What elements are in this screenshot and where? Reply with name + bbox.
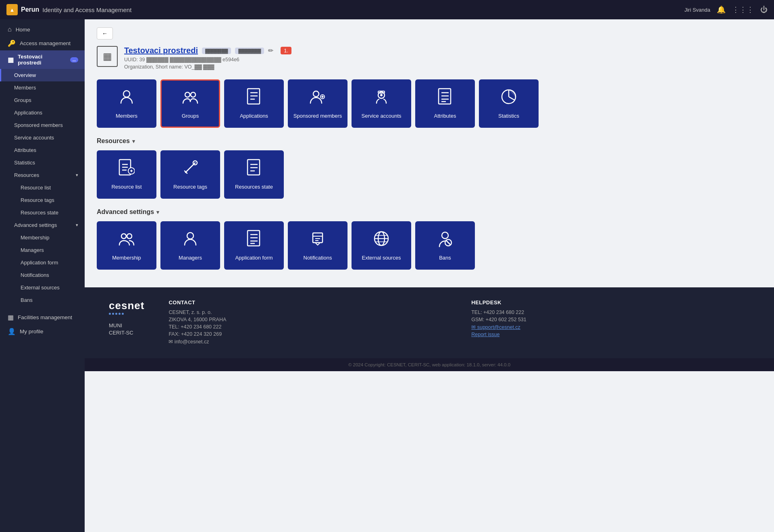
cesnet-dots <box>109 313 144 315</box>
resources-chevron-icon: ▾ <box>76 172 78 178</box>
user-label[interactable]: Jiri Svanda <box>685 7 710 13</box>
tile-resource-tags[interactable]: Resource tags <box>160 150 220 199</box>
members-tile-icon <box>118 88 135 109</box>
app-title: Identity and Access Management <box>42 6 131 13</box>
contact-title: CONTACT <box>169 299 447 305</box>
brand-name: Perun <box>21 6 39 13</box>
tile-resource-tags-label: Resource tags <box>173 184 207 191</box>
sidebar-item-notifications[interactable]: Notifications <box>0 269 85 281</box>
service-accounts-tile-icon <box>372 88 390 109</box>
resources-section-chevron[interactable]: ▾ <box>132 138 135 144</box>
sidebar-item-resources[interactable]: Resources ▾ <box>0 169 85 181</box>
helpdesk-line-2[interactable]: ✉ support@cesnet.cz <box>471 324 750 330</box>
tile-external-sources-label: External sources <box>362 255 401 262</box>
topnav-actions: Jiri Svanda 🔔 ⋮⋮⋮ ⏻ <box>685 5 768 14</box>
cesnet-wordmark: cesnet <box>109 299 144 312</box>
sidebar-item-external-sources[interactable]: External sources <box>0 281 85 294</box>
application-form-tile-icon <box>246 230 262 251</box>
sidebar-notifications-label: Notifications <box>21 272 49 278</box>
sidebar-service-accounts-label: Service accounts <box>14 135 54 141</box>
advanced-tiles-grid: Membership Managers <box>97 221 762 270</box>
sidebar-item-facilities[interactable]: ▦ Facilities management <box>0 310 85 324</box>
sidebar-item-attributes[interactable]: Attributes <box>0 144 85 156</box>
tile-groups[interactable]: Groups <box>160 79 220 128</box>
sidebar-item-groups[interactable]: Groups <box>0 94 85 106</box>
logout-icon[interactable]: ⏻ <box>760 6 768 14</box>
tile-sponsored-members[interactable]: Sponsored members <box>288 79 347 128</box>
sidebar-item-applications[interactable]: Applications <box>0 106 85 119</box>
vo-badge: ... <box>70 57 78 62</box>
tile-bans[interactable]: Bans <box>415 221 475 270</box>
tile-bans-label: Bans <box>439 255 451 262</box>
advanced-chevron-icon: ▾ <box>76 222 78 228</box>
report-issue-link[interactable]: Report issue <box>471 332 750 337</box>
muni-cerit-logo: MUNICERIT-SC <box>109 322 144 337</box>
advanced-section-chevron[interactable]: ▾ <box>156 209 159 215</box>
tile-applications[interactable]: Applications <box>224 79 284 128</box>
sidebar-item-bans[interactable]: Bans <box>0 294 85 306</box>
back-button[interactable]: ← <box>97 27 113 39</box>
attributes-tile-icon <box>437 88 453 109</box>
sidebar-membership-label: Membership <box>21 235 50 241</box>
apps-grid-icon[interactable]: ⋮⋮⋮ <box>732 5 754 14</box>
resource-tags-tile-icon <box>181 159 199 180</box>
tile-statistics[interactable]: Statistics <box>479 79 539 128</box>
helpdesk-line-1: GSM: +420 602 252 531 <box>471 317 750 322</box>
sidebar-item-access-management[interactable]: 🔑 Access management <box>0 36 85 50</box>
sidebar-profile-label: My profile <box>20 328 44 335</box>
key-icon: 🔑 <box>8 39 16 47</box>
sidebar-overview-label: Overview <box>14 72 36 78</box>
resources-tiles-grid: Resource list Resource tags <box>97 150 762 199</box>
footer-helpdesk: HELPDESK TEL: +420 234 680 222 GSM: +420… <box>471 299 750 339</box>
tile-resources-state[interactable]: Resources state <box>224 150 284 199</box>
advanced-section-header: Advanced settings ▾ <box>97 208 762 216</box>
sidebar-item-home-label: Home <box>16 27 30 33</box>
tile-members[interactable]: Members <box>97 79 156 128</box>
sidebar-item-managers[interactable]: Managers <box>0 244 85 256</box>
tile-application-form[interactable]: Application form <box>224 221 284 270</box>
notification-icon[interactable]: 🔔 <box>717 5 726 14</box>
edit-icon[interactable]: ✏ <box>268 47 273 54</box>
sidebar-item-resource-list[interactable]: Resource list <box>0 181 85 194</box>
sidebar-item-sponsored-members[interactable]: Sponsored members <box>0 119 85 131</box>
sidebar-item-statistics[interactable]: Statistics <box>0 156 85 169</box>
sidebar-applications-label: Applications <box>14 110 42 116</box>
step-badge: 1. <box>281 47 291 54</box>
sidebar-item-resource-tags[interactable]: Resource tags <box>0 194 85 206</box>
sidebar-item-vo-label: Testovaci prostredi <box>18 54 64 66</box>
svg-point-1 <box>185 92 190 97</box>
tile-managers[interactable]: Managers <box>160 221 220 270</box>
tile-sponsored-label: Sponsored members <box>293 113 342 120</box>
tile-resources-state-label: Resources state <box>235 184 273 191</box>
sidebar-external-sources-label: External sources <box>21 285 60 291</box>
footer: cesnet MUNICERIT-SC CONTACT CESNET, z. s… <box>85 287 774 358</box>
sidebar-item-service-accounts[interactable]: Service accounts <box>0 131 85 144</box>
facilities-icon: ▦ <box>8 314 14 321</box>
sponsored-members-tile-icon <box>309 88 327 109</box>
tile-membership[interactable]: Membership <box>97 221 156 270</box>
external-sources-tile-icon <box>372 230 390 251</box>
sidebar-item-resources-state[interactable]: Resources state <box>0 206 85 219</box>
tile-attributes[interactable]: Attributes <box>415 79 475 128</box>
sidebar-item-home[interactable]: ⌂ Home <box>0 23 85 36</box>
layout: ⌂ Home 🔑 Access management ▦ Testovaci p… <box>0 19 774 532</box>
vo-tag1: ▓▓▓▓▓▓▓ <box>202 48 231 54</box>
membership-tile-icon <box>118 230 135 251</box>
notifications-tile-icon <box>309 230 327 251</box>
sidebar-item-testovaci[interactable]: ▦ Testovaci prostredi ... <box>0 50 85 69</box>
sidebar-item-my-profile[interactable]: 👤 My profile <box>0 324 85 339</box>
sidebar-item-membership[interactable]: Membership <box>0 231 85 244</box>
sidebar-item-overview[interactable]: Overview <box>0 69 85 81</box>
tile-notifications[interactable]: Notifications <box>288 221 347 270</box>
tile-resource-list[interactable]: Resource list <box>97 150 156 199</box>
svg-point-51 <box>442 232 448 239</box>
sidebar-item-advanced-settings[interactable]: Advanced settings ▾ <box>0 219 85 231</box>
vo-tag2: ▓▓▓▓▓▓▓ <box>235 48 264 54</box>
tile-service-accounts[interactable]: Service accounts <box>352 79 411 128</box>
managers-tile-icon <box>181 230 199 251</box>
page-header: ▦ Testovaci prostredi ▓▓▓▓▓▓▓ ▓▓▓▓▓▓▓ ✏ … <box>97 46 762 70</box>
sidebar-item-application-form[interactable]: Application form <box>0 256 85 269</box>
tile-external-sources[interactable]: External sources <box>352 221 411 270</box>
sidebar-item-members[interactable]: Members <box>0 81 85 94</box>
vo-name[interactable]: Testovaci prostredi <box>124 46 198 55</box>
